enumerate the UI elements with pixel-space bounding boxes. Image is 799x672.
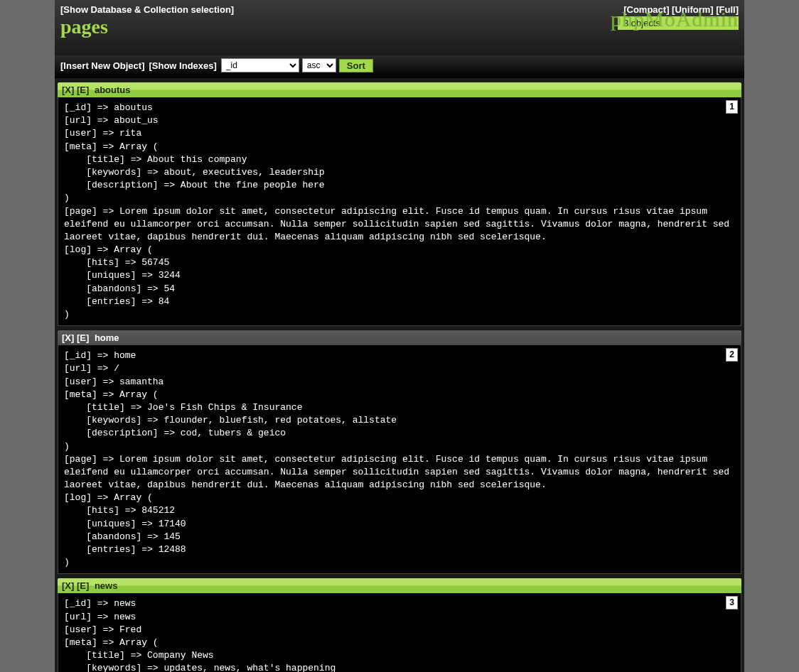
view-compact[interactable]: [Compact]	[623, 4, 669, 15]
delete-object-button[interactable]: [X]	[62, 580, 74, 591]
show-indexes-link[interactable]: [Show Indexes]	[149, 60, 216, 71]
object-title: aboutus	[92, 85, 130, 95]
header-right: [Compact] [Uniform] [Full] 3 objects	[618, 4, 739, 30]
object-index-badge: 3	[726, 596, 738, 609]
object-title: home	[92, 332, 119, 343]
object-card: [X] [E] aboutus[_id] => aboutus [url] =>…	[58, 82, 741, 326]
header-top: [Show Database & Collection selection] p…	[60, 4, 739, 38]
view-full[interactable]: [Full]	[716, 4, 739, 15]
object-header: [X] [E] aboutus	[58, 82, 741, 97]
object-header: [X] [E] home	[58, 330, 741, 345]
object-index-badge: 2	[726, 348, 738, 362]
object-card: [X] [E] news[_id] => news [url] => news …	[58, 578, 741, 672]
edit-object-button[interactable]: [E]	[77, 332, 89, 343]
collection-title: pages	[60, 16, 618, 38]
object-body: [_id] => aboutus [url] => about_us [user…	[58, 97, 741, 326]
insert-object-link[interactable]: [Insert New Object]	[60, 60, 144, 71]
delete-object-button[interactable]: [X]	[62, 85, 74, 95]
object-card: [X] [E] home[_id] => home [url] => / [us…	[58, 330, 741, 574]
sort-button[interactable]: Sort	[339, 59, 373, 72]
sort-field-select[interactable]: _id	[221, 58, 299, 72]
objects-list: [X] [E] aboutus[_id] => aboutus [url] =>…	[55, 82, 744, 672]
view-modes: [Compact] [Uniform] [Full]	[618, 4, 739, 15]
toolbar: [Insert New Object] [Show Indexes] _id a…	[55, 55, 744, 78]
edit-object-button[interactable]: [E]	[77, 580, 89, 591]
app-container: [Show Database & Collection selection] p…	[55, 0, 744, 672]
object-title: news	[92, 580, 117, 591]
sort-direction-select[interactable]: ascdesc	[302, 58, 336, 72]
view-uniform[interactable]: [Uniform]	[672, 4, 714, 15]
object-header: [X] [E] news	[58, 578, 741, 593]
object-count-badge: 3 objects	[618, 16, 739, 30]
object-body: [_id] => home [url] => / [user] => saman…	[58, 345, 741, 574]
edit-object-button[interactable]: [E]	[77, 85, 89, 95]
header-left: [Show Database & Collection selection] p…	[60, 4, 618, 38]
object-body: [_id] => news [url] => news [user] => Fr…	[58, 593, 741, 672]
header: [Show Database & Collection selection] p…	[55, 0, 744, 55]
delete-object-button[interactable]: [X]	[62, 332, 74, 343]
object-index-badge: 1	[726, 100, 738, 114]
show-db-link[interactable]: [Show Database & Collection selection]	[60, 4, 234, 15]
